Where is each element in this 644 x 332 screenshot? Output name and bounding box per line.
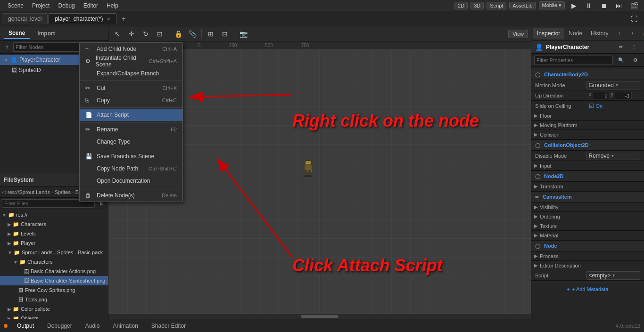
- add-node-btn[interactable]: +: [2, 42, 12, 52]
- scale-tool[interactable]: ⊡: [154, 28, 166, 40]
- insp-back-btn[interactable]: ‹: [613, 27, 625, 40]
- menu-help[interactable]: Help: [103, 1, 122, 10]
- view-button[interactable]: View: [508, 30, 528, 38]
- section-character-body2d[interactable]: ◯ CharacterBody2D: [531, 69, 644, 80]
- sub-texture[interactable]: ▶ Texture: [531, 221, 644, 231]
- fullscreen-btn[interactable]: ⛶: [628, 13, 640, 25]
- menu-project[interactable]: Project: [28, 1, 53, 10]
- filter-nodes-input[interactable]: [13, 42, 83, 52]
- sub-editor-description[interactable]: ▶ Editor Description: [531, 261, 644, 270]
- btn-script[interactable]: Script: [487, 2, 506, 9]
- section-node2d[interactable]: ◯ Node2D: [531, 170, 644, 182]
- insp-more-btn[interactable]: ⋮: [628, 41, 640, 53]
- history-tab[interactable]: History: [587, 28, 612, 39]
- sub-process[interactable]: ▶ Process: [531, 251, 644, 261]
- fs-item-color-pallete[interactable]: ▶ 📁 Color pallete: [0, 304, 108, 314]
- viewport-hscrollbar[interactable]: [108, 313, 531, 319]
- fs-item-characters-sub[interactable]: ▼ 📁 Characters: [0, 257, 108, 267]
- slide-ceiling-checkbox[interactable]: ☑: [589, 103, 594, 109]
- ctx-instantiate-child[interactable]: ⚙ Instantiate Child Scene Ctrl+Shift+A: [80, 55, 182, 67]
- ctx-expand-collapse[interactable]: Expand/Collapse Branch: [80, 67, 182, 80]
- fs-item-basic-spritesheet[interactable]: ▶ 🖼 Basic Charakter Spritesheet.png: [0, 276, 108, 285]
- up-x-input[interactable]: [593, 92, 610, 99]
- fs-back-btn[interactable]: ‹: [2, 189, 4, 195]
- ctx-change-type[interactable]: Change Type: [80, 136, 182, 148]
- fs-item-basic-actions[interactable]: ▶ 🖼 Basic Charakter Actions.png: [0, 267, 108, 276]
- btn-assetlib[interactable]: AssetLib: [509, 2, 536, 9]
- lock-tool[interactable]: 🔒: [172, 28, 184, 40]
- bottom-tab-debugger[interactable]: Debugger: [43, 322, 76, 330]
- filter-props-btn[interactable]: 🔍: [615, 54, 627, 66]
- fs-item-objects[interactable]: ▶ 📁 Objects: [0, 314, 108, 319]
- ctx-save-branch[interactable]: 💾 Save Branch as Scene: [80, 150, 182, 162]
- play-button[interactable]: ▶: [568, 0, 580, 12]
- menu-scene[interactable]: Scene: [4, 1, 27, 10]
- import-tab[interactable]: Import: [33, 28, 59, 39]
- stop-button[interactable]: ⏹: [598, 0, 610, 12]
- fs-item-sprout-pack[interactable]: ▼ 📁 Sprout Lands - Sprites - Basic pack: [0, 248, 108, 257]
- sub-input[interactable]: ▶ Input: [531, 161, 644, 170]
- sub-floor[interactable]: ▶ Floor: [531, 111, 644, 121]
- insp-forward-btn[interactable]: ›: [626, 27, 638, 40]
- ctx-attach-script[interactable]: 📄 Attach Script: [80, 109, 182, 121]
- grid-snap-tool[interactable]: ⊞: [205, 28, 217, 40]
- section-collision-object2d[interactable]: ◯ CollisionObject2D: [531, 139, 644, 151]
- tab-add-button[interactable]: +: [117, 13, 129, 25]
- insp-settings-btn[interactable]: ⚙: [629, 54, 641, 66]
- filter-properties-input[interactable]: [534, 56, 613, 65]
- ctx-copy-node-path[interactable]: Copy Node Path Ctrl+Shift+C: [80, 162, 182, 175]
- script-dropdown[interactable]: <empty> ▾: [586, 271, 641, 280]
- fs-item-levels[interactable]: ▶ 📁 Levels: [0, 229, 108, 238]
- group-tool[interactable]: 📎: [186, 28, 198, 40]
- menu-debug[interactable]: Debug: [54, 1, 78, 10]
- move-tool[interactable]: ✛: [125, 28, 138, 40]
- add-metadata-btn[interactable]: + + Add Metadata: [531, 283, 644, 295]
- btn-mobile[interactable]: Mobile ▾: [539, 1, 565, 9]
- step-button[interactable]: ⏭: [613, 0, 625, 12]
- movie-button[interactable]: 🎬: [628, 0, 640, 12]
- sub-moving-platform[interactable]: ▶ Moving Platform: [531, 121, 644, 130]
- ctx-cut[interactable]: ✂ Cut Ctrl+X: [80, 82, 182, 94]
- select-tool[interactable]: ↖: [111, 28, 124, 40]
- tab-player-character[interactable]: player_character(*) ✕: [49, 13, 116, 24]
- ctx-rename[interactable]: ✏ Rename F2: [80, 123, 182, 136]
- sub-material[interactable]: ▶ Material: [531, 231, 644, 240]
- bottom-tab-animation[interactable]: Animation: [109, 322, 141, 330]
- insp-edit-btn[interactable]: ✏: [615, 41, 627, 53]
- fs-item-res[interactable]: ▼ 📁 res://: [0, 210, 108, 219]
- menu-editor[interactable]: Editor: [80, 1, 102, 10]
- camera-tool[interactable]: 📷: [237, 28, 249, 40]
- fs-item-characters-root[interactable]: ▶ 📁 Characters: [0, 219, 108, 229]
- bottom-tab-output[interactable]: Output: [13, 322, 38, 330]
- tab-general-level[interactable]: general_level: [2, 13, 48, 24]
- fs-forward-btn[interactable]: ›: [5, 189, 7, 195]
- ctx-add-child-node[interactable]: + Add Child Node Ctrl+A: [80, 43, 182, 55]
- pause-button[interactable]: ⏸: [583, 0, 595, 12]
- section-node[interactable]: ◯ Node: [531, 240, 644, 251]
- scene-tab[interactable]: Scene: [4, 28, 30, 39]
- insp-lock-btn[interactable]: 🔒: [639, 27, 644, 40]
- fs-item-player[interactable]: ▶ 📁 Player: [0, 238, 108, 248]
- bottom-tab-audio[interactable]: Audio: [82, 322, 104, 330]
- inspector-tab[interactable]: Inspector: [533, 28, 564, 39]
- ctx-delete-nodes[interactable]: 🗑 Delete Node(s) Delete: [80, 189, 182, 202]
- ctx-open-docs[interactable]: Open Documentation: [80, 175, 182, 187]
- sub-transform[interactable]: ▶ Transform: [531, 182, 644, 191]
- sub-ordering[interactable]: ▶ Ordering: [531, 212, 644, 221]
- motion-mode-dropdown[interactable]: Grounded ▾: [586, 81, 641, 89]
- fs-item-tools[interactable]: ▶ 🖼 Tools.png: [0, 295, 108, 304]
- rotate-tool[interactable]: ↻: [140, 28, 152, 40]
- smart-snap-tool[interactable]: ⊟: [219, 28, 231, 40]
- btn-2d[interactable]: 2D: [454, 2, 468, 9]
- bottom-tab-shader-editor[interactable]: Shader Editor: [148, 322, 190, 330]
- tab-close-icon[interactable]: ✕: [107, 16, 110, 22]
- ctx-copy[interactable]: ⎘ Copy Ctrl+C: [80, 94, 182, 106]
- hscroll-thumb[interactable]: [301, 315, 339, 318]
- sub-collision[interactable]: ▶ Collision: [531, 130, 644, 139]
- node-tab[interactable]: Node: [565, 28, 586, 39]
- btn-3d[interactable]: 3D: [471, 2, 484, 9]
- up-y-input[interactable]: [615, 92, 632, 99]
- sub-visibility[interactable]: ▶ Visibility: [531, 202, 644, 212]
- fs-item-free-cow[interactable]: ▶ 🖼 Free Cow Sprites.png: [0, 285, 108, 295]
- section-canvas-item[interactable]: ✏ CanvasItem: [531, 191, 644, 202]
